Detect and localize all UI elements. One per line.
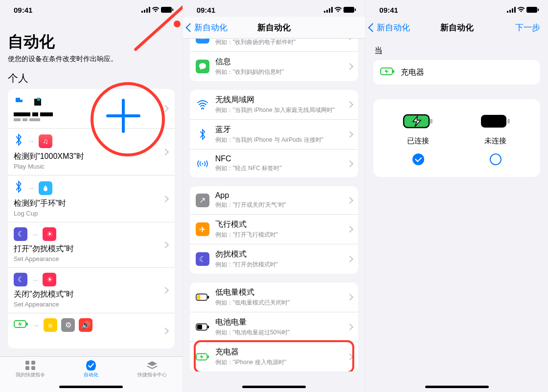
row-title: App <box>215 191 345 200</box>
row-sub: Set Appearance <box>14 255 155 262</box>
chevron-left-icon <box>185 23 194 32</box>
speaker-icon: 🔊 <box>79 318 92 332</box>
next-button[interactable]: 下一步 <box>515 22 544 33</box>
add-button[interactable] <box>103 95 144 136</box>
page-title: 自动化 <box>8 31 175 53</box>
condition-card: 充电器 <box>373 60 540 85</box>
chevron-right-icon <box>162 327 169 334</box>
svg-rect-20 <box>329 8 330 13</box>
row-title: 充电器 <box>215 347 345 357</box>
trigger-row-bluetooth[interactable]: 蓝牙例如："当我的 iPhone 与 AirPods 连接时" <box>190 120 359 150</box>
row-title: 打开"勿扰模式"时 <box>14 244 155 254</box>
row-title: 勿扰模式 <box>215 249 345 260</box>
grid-icon <box>24 360 36 370</box>
svg-rect-11 <box>26 323 28 326</box>
arrow-right-icon: → <box>27 137 35 145</box>
trigger-row-message[interactable]: 信息例如："收到妈妈的信息时" <box>190 52 359 81</box>
svg-rect-1 <box>144 10 145 13</box>
airplane-icon: ✈ <box>196 222 209 236</box>
row-sub: 例如："当我的 iPhone 加入家庭无线局域网时" <box>215 106 345 114</box>
trigger-row-email[interactable]: ✉ 电子邮件例如："收到曲扬的电子邮件时" <box>190 39 359 52</box>
option-label: 未连接 <box>484 136 506 146</box>
option-connected[interactable]: 已连接 <box>379 114 457 165</box>
automation-row-4[interactable]: ☾ → ☀ 关闭"勿扰模式"时 Set Appearance <box>8 268 175 313</box>
svg-rect-5 <box>172 9 173 11</box>
nav-bar: 新自动化 新自动化 <box>183 17 365 39</box>
row-title: 无线局域网 <box>215 95 345 105</box>
back-button[interactable]: 新自动化 <box>369 22 410 33</box>
home-indicator[interactable] <box>59 386 123 388</box>
wifi-icon <box>334 7 342 13</box>
row-sub: 例如："收到妈妈的信息时" <box>215 68 345 76</box>
svg-rect-16 <box>25 366 29 370</box>
trigger-row-app[interactable]: ↗ App例如："打开或关闭'天气'时" <box>190 186 359 215</box>
when-label: 当 <box>374 45 540 56</box>
automations-card: → ♫ 检测到"1000XM3"时 Play Music → 检测到" <box>8 89 175 348</box>
row-sub: 例如："收到曲扬的电子邮件时" <box>215 39 345 46</box>
trigger-row-wifi[interactable]: 无线局域网例如："当我的 iPhone 加入家庭无线局域网时" <box>190 90 359 120</box>
svg-rect-14 <box>25 361 29 365</box>
home-indicator[interactable] <box>242 386 306 388</box>
trigger-list[interactable]: ✉ 电子邮件例如："收到曲扬的电子邮件时" 信息例如："收到妈妈的信息时" 无线… <box>183 39 365 392</box>
battery-level-icon <box>196 320 209 334</box>
row-sub: 例如："打开飞行模式时" <box>215 231 345 239</box>
chevron-left-icon <box>368 23 377 32</box>
svg-rect-17 <box>31 366 35 370</box>
chevron-right-icon <box>162 105 169 112</box>
svg-rect-22 <box>343 7 354 13</box>
custom-icon <box>31 96 45 109</box>
row-sub: 例如："iPhone 接入电源时" <box>215 358 345 367</box>
chevron-right-icon <box>346 101 353 108</box>
tab-label: 快捷指令中心 <box>137 371 167 378</box>
trigger-row-airplane[interactable]: ✈ 飞行模式例如："打开飞行模式时" <box>190 215 359 244</box>
option-label: 已连接 <box>407 136 429 146</box>
automation-row-5[interactable]: → ≡ ⚙ 🔊 <box>8 313 175 348</box>
trigger-row-charger[interactable]: 充电器例如："iPhone 接入电源时" <box>190 342 359 371</box>
svg-rect-21 <box>331 7 333 13</box>
svg-rect-23 <box>355 9 356 11</box>
trigger-row-dnd[interactable]: ☾ 勿扰模式例如："打开勿扰模式时" <box>190 244 359 274</box>
back-button[interactable]: 新自动化 <box>187 22 228 33</box>
moon-icon: ☾ <box>196 252 209 266</box>
choice-card: 已连接 未连接 <box>373 99 540 177</box>
row-sub: 例如："当我的 iPhone 与 AirPods 连接时" <box>215 136 345 144</box>
svg-rect-9 <box>37 98 40 101</box>
annotation-dot <box>174 21 181 27</box>
tab-gallery[interactable]: 快捷指令中心 <box>121 357 182 392</box>
gear-icon: ⚙ <box>61 318 75 332</box>
option-disconnected[interactable]: 未连接 <box>457 114 534 165</box>
arrow-right-icon: → <box>27 184 35 192</box>
nfc-icon <box>196 157 209 171</box>
row-title: 检测到"1000XM3"时 <box>14 152 155 162</box>
radio-selected[interactable] <box>412 153 424 165</box>
automation-row-2[interactable]: → 检测到"手环"时 Log Cup <box>8 175 175 222</box>
row-title: 蓝牙 <box>215 125 345 135</box>
row-sub: 例如："电池电量超过50%时" <box>215 328 345 337</box>
trigger-row-nfc[interactable]: NFC例如："轻点 NFC 标签时" <box>190 150 359 177</box>
trigger-row-lowpower[interactable]: 低电量模式例如："低电量模式已关闭时" <box>190 283 359 312</box>
chevron-right-icon <box>162 148 169 155</box>
svg-rect-18 <box>324 11 325 13</box>
app-icon: ↗ <box>196 194 209 207</box>
automation-row-3[interactable]: ☾ → ☀ 打开"勿扰模式"时 Set Appearance <box>8 222 175 268</box>
status-time: 09:41 <box>379 6 398 14</box>
svg-rect-7 <box>20 100 23 102</box>
automation-row-1[interactable]: → ♫ 检测到"1000XM3"时 Play Music <box>8 129 175 175</box>
svg-rect-33 <box>507 11 508 13</box>
radio-unselected[interactable] <box>490 153 502 165</box>
svg-rect-2 <box>146 8 148 13</box>
back-label: 新自动化 <box>377 22 410 33</box>
automation-row-0[interactable] <box>8 89 175 129</box>
battery-icon <box>526 7 539 13</box>
arrow-right-icon: → <box>32 321 40 329</box>
tab-shortcuts[interactable]: 我的快捷指令 <box>0 357 61 392</box>
trigger-row-batterylevel[interactable]: 电池电量例如："电池电量超过50%时" <box>190 312 359 342</box>
svg-rect-26 <box>207 296 209 299</box>
home-indicator[interactable] <box>425 386 489 388</box>
signal-icon <box>507 7 516 13</box>
chevron-right-icon <box>346 294 353 301</box>
row-sub: 例如："低电量模式已关闭时" <box>215 299 345 307</box>
svg-rect-6 <box>16 98 20 102</box>
chevron-right-icon <box>346 226 353 233</box>
row-title: 关闭"勿扰模式"时 <box>14 289 155 300</box>
